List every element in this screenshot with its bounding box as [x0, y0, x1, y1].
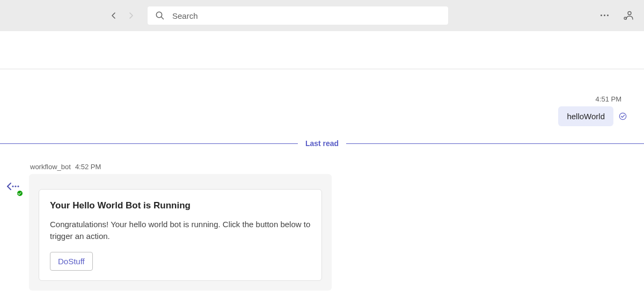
- nav-arrows: [110, 12, 135, 19]
- last-read-divider: Last read: [0, 139, 644, 148]
- card-body: Congratulations! Your hello world bot is…: [50, 219, 311, 242]
- more-options-icon[interactable]: ···: [600, 10, 610, 21]
- bot-status-available-icon: [16, 190, 24, 197]
- bot-card-container: Your Hello World Bot is Running Congratu…: [29, 174, 332, 291]
- bot-avatar[interactable]: [4, 178, 23, 196]
- svg-line-1: [162, 17, 164, 19]
- read-receipt-icon: [619, 112, 627, 120]
- header-right: ···: [600, 10, 633, 21]
- dostuff-button[interactable]: DoStuff: [50, 252, 93, 271]
- bot-message-header: workflow_bot 4:52 PM: [29, 163, 332, 171]
- bot-message: workflow_bot 4:52 PM Your Hello World Bo…: [0, 163, 644, 291]
- bot-message-time: 4:52 PM: [75, 163, 101, 171]
- svg-point-4: [619, 113, 626, 119]
- bot-sender-name: workflow_bot: [30, 163, 71, 171]
- back-arrow-icon[interactable]: [110, 12, 118, 19]
- last-read-label: Last read: [298, 139, 346, 148]
- svg-point-3: [624, 17, 626, 19]
- search-icon: [155, 11, 165, 20]
- card-title: Your Hello World Bot is Running: [50, 200, 311, 211]
- forward-arrow-icon[interactable]: [127, 12, 135, 19]
- user-message-text[interactable]: helloWorld: [558, 106, 613, 126]
- chat-area: 4:51 PM helloWorld Last read: [0, 31, 644, 291]
- svg-point-6: [14, 185, 16, 187]
- svg-point-2: [628, 12, 631, 15]
- adaptive-card: Your Hello World Bot is Running Congratu…: [39, 189, 322, 281]
- divider-line-right: [346, 143, 644, 144]
- app-header: ···: [0, 0, 644, 31]
- divider-line-left: [0, 143, 298, 144]
- people-icon[interactable]: [623, 10, 633, 21]
- bot-content: workflow_bot 4:52 PM Your Hello World Bo…: [29, 163, 332, 291]
- svg-point-5: [12, 185, 13, 187]
- search-box[interactable]: [148, 6, 448, 25]
- user-message-time: 4:51 PM: [596, 95, 627, 103]
- user-message: 4:51 PM helloWorld: [0, 95, 644, 126]
- search-input[interactable]: [172, 11, 441, 20]
- section-divider: [0, 69, 644, 69]
- svg-point-7: [17, 185, 19, 187]
- user-bubble-row: helloWorld: [558, 106, 627, 126]
